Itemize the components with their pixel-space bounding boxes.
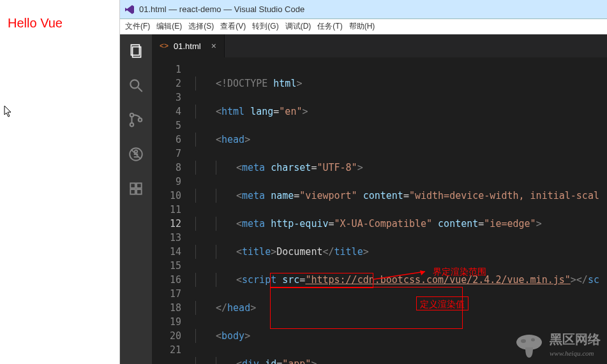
svg-point-2 xyxy=(130,80,139,88)
window-title: 01.html — react-demo — Visual Studio Cod… xyxy=(139,4,304,14)
menu-goto[interactable]: 转到(G) xyxy=(252,21,278,32)
explorer-icon[interactable] xyxy=(127,42,145,60)
title-bar: 01.html — react-demo — Visual Studio Cod… xyxy=(120,0,607,19)
menu-debug[interactable]: 调试(D) xyxy=(285,21,311,32)
menu-bar: 文件(F) 编辑(E) 选择(S) 查看(V) 转到(G) 调试(D) 任务(T… xyxy=(120,19,607,34)
line-gutter: 123456789101112131415161718192021 xyxy=(152,57,190,364)
svg-rect-12 xyxy=(130,189,135,194)
svg-point-6 xyxy=(139,118,142,121)
close-icon[interactable]: × xyxy=(211,41,216,51)
svg-rect-10 xyxy=(130,183,135,188)
extensions-icon[interactable] xyxy=(127,180,145,198)
mushroom-icon xyxy=(514,333,544,359)
search-icon[interactable] xyxy=(127,76,145,94)
tab-01html[interactable]: <> 01.html × xyxy=(152,34,225,57)
code-line: <html lang="en"> xyxy=(195,105,607,119)
svg-line-3 xyxy=(138,87,142,92)
vscode-window: 01.html — react-demo — Visual Studio Cod… xyxy=(119,0,607,364)
code-line: <meta http-equiv="X-UA-Compatible" conte… xyxy=(195,217,607,231)
svg-point-18 xyxy=(531,339,535,342)
menu-tasks[interactable]: 任务(T) xyxy=(317,21,342,32)
tab-bar: <> 01.html × xyxy=(152,34,607,57)
watermark: 黑区网络www.heiqu.com xyxy=(514,332,601,360)
source-control-icon[interactable] xyxy=(127,111,145,129)
svg-rect-13 xyxy=(137,189,142,194)
code-editor[interactable]: 123456789101112131415161718192021 <!DOCT… xyxy=(152,57,607,364)
code-line: </head> xyxy=(195,301,607,315)
menu-view[interactable]: 查看(V) xyxy=(220,21,246,32)
browser-preview: Hello Vue xyxy=(0,0,119,364)
svg-point-5 xyxy=(130,123,133,126)
code-line: <!DOCTYPE html> xyxy=(195,76,607,91)
code-line: <title>Document</title> xyxy=(195,245,607,259)
menu-edit[interactable]: 编辑(E) xyxy=(156,21,182,32)
menu-file[interactable]: 文件(F) xyxy=(125,21,150,32)
code-line: <script src="https://cdn.bootcss.com/vue… xyxy=(195,273,607,287)
menu-select[interactable]: 选择(S) xyxy=(188,21,214,32)
activity-bar xyxy=(120,34,152,364)
svg-point-4 xyxy=(130,113,133,117)
svg-point-17 xyxy=(521,339,526,343)
debug-icon[interactable] xyxy=(127,145,145,163)
editor-main: <> 01.html × 123456789101112131415161718… xyxy=(120,34,607,364)
code-line: <meta name="viewport" content="width=dev… xyxy=(195,189,607,203)
svg-point-9 xyxy=(135,150,137,153)
code-content[interactable]: <!DOCTYPE html> <html lang="en"> <head> … xyxy=(190,57,607,364)
mouse-cursor-icon xyxy=(4,105,13,121)
vscode-logo-icon xyxy=(124,4,135,15)
editor-area: <> 01.html × 123456789101112131415161718… xyxy=(152,34,607,364)
code-line: <meta charset="UTF-8"> xyxy=(195,161,607,175)
tab-label: 01.html xyxy=(174,41,201,51)
preview-output: Hello Vue xyxy=(8,16,112,31)
code-line: <head> xyxy=(195,133,607,147)
html-file-icon: <> xyxy=(160,41,169,50)
menu-help[interactable]: 帮助(H) xyxy=(349,21,375,32)
svg-rect-11 xyxy=(137,183,142,188)
